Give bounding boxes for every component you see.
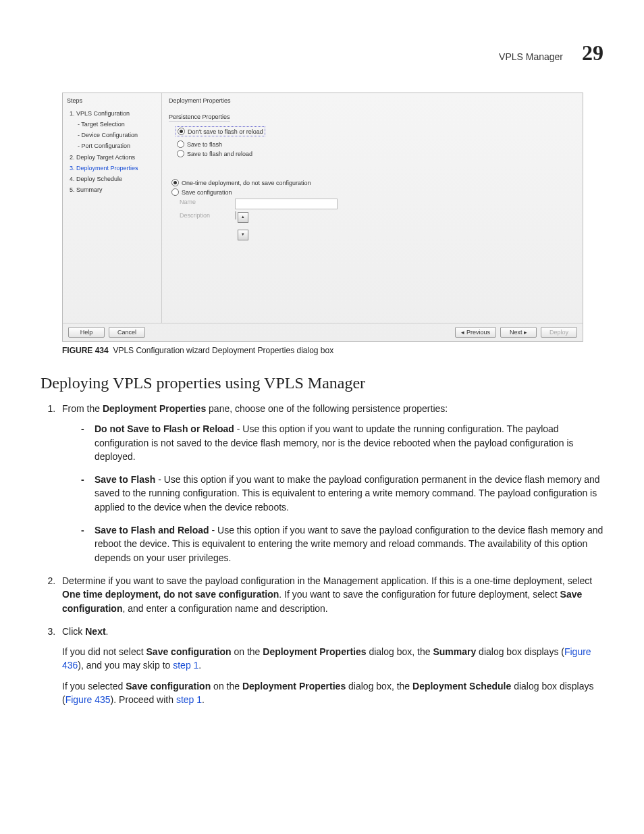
procedure-list: From the Deployment Properties pane, cho…: [58, 402, 603, 706]
wizard-step[interactable]: - Target Selection: [67, 119, 157, 130]
wizard-step[interactable]: - Port Configuration: [67, 140, 157, 151]
figure-label: FIGURE 434: [62, 346, 109, 355]
radio-save-to-flash[interactable]: Save to flash: [177, 140, 576, 148]
radio-one-time-deployment[interactable]: One-time deployment, do not save configu…: [171, 179, 576, 186]
scroll-down-icon[interactable]: ▾: [238, 230, 248, 240]
radio-dot-icon: [177, 140, 184, 148]
next-button[interactable]: Next ▸: [500, 327, 537, 338]
radio-dot-icon: [171, 188, 179, 196]
help-button[interactable]: Help: [68, 327, 105, 338]
cancel-button[interactable]: Cancel: [109, 327, 145, 338]
step-3-note-1: If you did not select Save configuration…: [62, 645, 603, 673]
figure-caption: FIGURE 434 VPLS Configuration wizard Dep…: [62, 346, 582, 355]
figure-caption-text: VPLS Configuration wizard Deployment Pro…: [113, 346, 333, 355]
bullet-do-not-save: Do not Save to Flash or Reload - Use thi…: [81, 422, 603, 463]
wizard-step[interactable]: 2. Deploy Target Actions: [67, 152, 157, 163]
link-step-1b[interactable]: step 1: [176, 694, 202, 705]
wizard-step[interactable]: 1. VPLS Configuration: [67, 108, 157, 119]
deploy-button: Deploy: [541, 327, 577, 338]
deployment-properties-dialog: Steps 1. VPLS Configuration- Target Sele…: [62, 93, 583, 342]
scroll-up-icon[interactable]: ▴: [238, 212, 248, 223]
wizard-step[interactable]: 3. Deployment Properties: [67, 163, 157, 174]
step-3-note-2: If you selected Save configuration on th…: [62, 679, 603, 707]
main-panel-header: Deployment Properties: [169, 97, 576, 104]
wizard-step[interactable]: 4. Deploy Schedule: [67, 174, 157, 184]
wizard-steps-panel: Steps 1. VPLS Configuration- Target Sele…: [63, 93, 162, 323]
step-3: Click Next. If you did not select Save c…: [58, 625, 603, 706]
radio-save-configuration[interactable]: Save configuration: [171, 188, 576, 196]
bullet-save-to-flash: Save to Flash - Use this option if you w…: [81, 473, 603, 514]
previous-button[interactable]: ◂ Previous: [455, 327, 496, 338]
description-textarea[interactable]: [235, 211, 236, 219]
step-2: Determine if you want to save the payloa…: [58, 574, 603, 615]
radio-dot-icon: [178, 128, 185, 135]
running-header: VPLS Manager 29: [41, 41, 603, 66]
name-label: Name: [180, 199, 219, 205]
section-heading: Deploying VPLS properties using VPLS Man…: [41, 374, 603, 392]
textarea-scrollbar[interactable]: ▴ ▾: [238, 212, 247, 240]
radio-dont-save[interactable]: Don't save to flash or reload: [176, 126, 265, 136]
wizard-step[interactable]: - Device Configuration: [67, 130, 157, 140]
steps-header: Steps: [67, 97, 157, 104]
name-input[interactable]: [235, 199, 338, 209]
radio-dot-icon: [177, 150, 184, 157]
section-name: VPLS Manager: [499, 51, 563, 62]
description-label: Description: [180, 212, 219, 219]
radio-save-and-reload[interactable]: Save to flash and reload: [177, 150, 576, 157]
radio-dot-icon: [171, 179, 179, 186]
bullet-save-and-reload: Save to Flash and Reload - Use this opti…: [81, 523, 603, 565]
link-step-1a[interactable]: step 1: [173, 660, 198, 671]
wizard-step[interactable]: 5. Summary: [67, 184, 157, 195]
chapter-number: 29: [582, 41, 603, 66]
step-1: From the Deployment Properties pane, cho…: [58, 402, 603, 565]
persistence-group-title: Persistence Properties: [169, 113, 230, 122]
link-figure-435[interactable]: Figure 435: [65, 694, 111, 705]
